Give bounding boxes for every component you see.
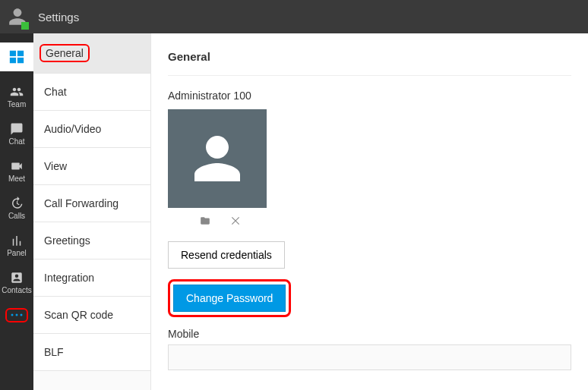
upload-avatar-button[interactable] [198,215,212,229]
more-icon [5,308,28,322]
svg-rect-2 [10,58,16,63]
settings-nav-view[interactable]: View [33,148,150,185]
windows-icon [8,49,25,65]
rail-item-contacts[interactable]: Contacts [0,271,33,294]
settings-nav-audiovideo[interactable]: Audio/Video [33,111,150,148]
rail-item-meet[interactable]: Meet [0,159,33,183]
person-icon [190,131,245,186]
highlight-general: General [40,44,90,62]
close-icon [230,215,241,226]
content-panel: General Administrator 100 Resend credent… [151,33,588,390]
mobile-label: Mobile [168,328,571,340]
panel-icon [9,234,24,247]
profile-avatar [168,109,267,208]
settings-nav-blf[interactable]: BLF [33,334,150,371]
history-icon [9,197,24,210]
rail-item-team[interactable]: Team [0,85,33,109]
team-icon [9,85,24,99]
change-password-button[interactable]: Change Password [173,285,286,312]
topbar-avatar[interactable] [8,7,27,27]
content-heading: General [168,50,571,76]
settings-nav: General Chat Audio/Video View Call Forwa… [33,33,151,390]
contacts-icon [9,271,24,285]
topbar-title: Settings [38,11,79,24]
settings-nav-integration[interactable]: Integration [33,259,150,297]
settings-nav-callforwarding[interactable]: Call Forwarding [33,185,150,222]
chat-icon [9,122,24,136]
topbar: Settings [0,0,588,33]
mobile-input[interactable] [168,344,571,370]
svg-point-4 [11,314,14,316]
meet-icon [9,159,24,173]
svg-rect-0 [10,51,16,56]
rail-item-home[interactable] [0,42,33,71]
settings-nav-greetings[interactable]: Greetings [33,222,150,259]
settings-nav-chat[interactable]: Chat [33,74,150,111]
rail-item-more[interactable] [0,308,33,322]
settings-nav-scanqr[interactable]: Scan QR code [33,297,150,334]
svg-rect-1 [17,51,24,56]
svg-rect-3 [17,58,24,63]
folder-open-icon [198,215,212,226]
remove-avatar-button[interactable] [230,215,241,229]
rail-item-chat[interactable]: Chat [0,122,33,146]
left-rail: Team Chat Meet Calls Panel Contacts [0,33,33,390]
highlight-change-password: Change Password [168,279,291,317]
svg-point-6 [21,314,23,316]
svg-point-5 [16,314,18,316]
presence-status [21,22,29,30]
rail-item-panel[interactable]: Panel [0,234,33,257]
rail-item-calls[interactable]: Calls [0,197,33,220]
user-name: Administrator 100 [168,90,571,102]
resend-credentials-button[interactable]: Resend credentials [168,241,285,269]
avatar-actions [168,215,571,229]
settings-nav-general[interactable]: General [33,33,150,74]
